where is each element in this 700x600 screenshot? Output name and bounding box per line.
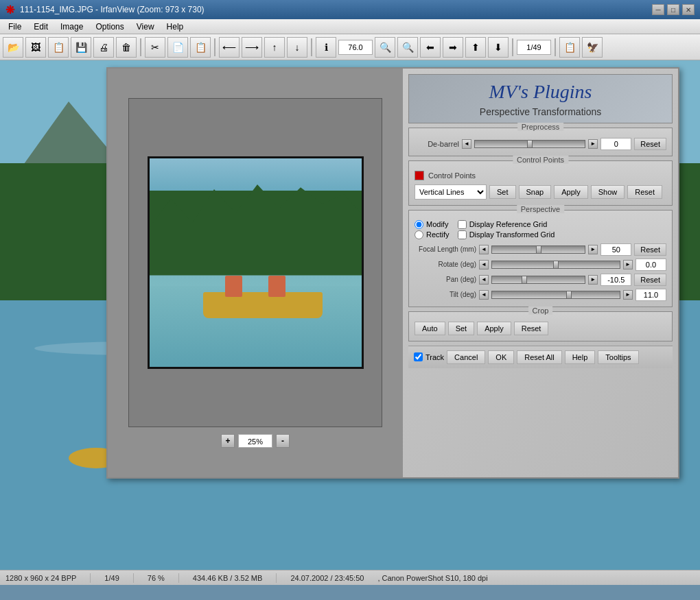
- help-button[interactable]: Help: [565, 350, 596, 364]
- reset-all-button[interactable]: Reset All: [517, 350, 561, 364]
- display-trans-grid-label: Display Transformed Grid: [469, 230, 555, 239]
- restore-button[interactable]: □: [667, 4, 679, 15]
- forest-background: [150, 158, 364, 369]
- plugin-header: MV's Plugins Perspective Transformations: [408, 74, 673, 123]
- cancel-button[interactable]: Cancel: [447, 350, 485, 364]
- focal-right-arrow[interactable]: ►: [588, 245, 598, 254]
- browse-button[interactable]: 📋: [48, 37, 69, 58]
- rectify-radio-row: Rectify: [415, 230, 450, 239]
- pan-reset-button[interactable]: Reset: [634, 274, 666, 286]
- rectify-radio[interactable]: [415, 230, 423, 239]
- crop-reset-button[interactable]: Reset: [514, 322, 549, 335]
- info-button[interactable]: 🗑: [116, 37, 137, 58]
- close-button[interactable]: ✕: [682, 4, 695, 15]
- open-button[interactable]: 📂: [3, 37, 23, 58]
- tilt-value-input[interactable]: 11.0: [635, 289, 666, 301]
- menu-options[interactable]: Options: [90, 21, 129, 33]
- modify-label: Modify: [426, 220, 448, 228]
- menu-image[interactable]: Image: [55, 21, 89, 33]
- menu-view[interactable]: View: [131, 21, 160, 33]
- tilt-left-arrow[interactable]: ◄: [479, 290, 489, 300]
- zoom-input[interactable]: 76.0: [338, 40, 373, 55]
- cut-button[interactable]: ✂: [145, 37, 165, 58]
- apply-control-button[interactable]: Apply: [554, 185, 588, 199]
- rotate-slider[interactable]: [491, 261, 620, 269]
- bird-icon[interactable]: 🦅: [582, 37, 603, 58]
- focal-slider[interactable]: [491, 245, 585, 254]
- menu-help[interactable]: Help: [161, 21, 189, 33]
- auto-button[interactable]: Auto: [415, 322, 445, 335]
- crop-label: Crop: [528, 307, 553, 315]
- zoom-plus-button[interactable]: +: [221, 434, 235, 448]
- menu-edit[interactable]: Edit: [28, 21, 54, 33]
- save-button[interactable]: 💾: [71, 37, 91, 58]
- status-filesize: 434.46 KB / 3.52 MB: [193, 574, 263, 582]
- preprocess-label: Preprocess: [517, 123, 564, 131]
- app-logo: ❋: [5, 3, 14, 16]
- control-points-dropdown[interactable]: Vertical Lines Horizontal Lines Grid: [415, 184, 487, 200]
- forward-button[interactable]: ➡: [443, 37, 463, 58]
- debarrel-thumb[interactable]: [527, 140, 533, 148]
- zoom-display: 25%: [238, 434, 272, 448]
- focal-value-input[interactable]: 50: [600, 243, 631, 256]
- rotate-right-arrow[interactable]: ►: [623, 260, 633, 269]
- show-button[interactable]: Show: [591, 185, 625, 199]
- tilt-slider[interactable]: [491, 291, 620, 299]
- display-trans-grid-checkbox[interactable]: [458, 230, 467, 239]
- menu-file[interactable]: File: [3, 21, 27, 33]
- copy2-button[interactable]: 📋: [559, 37, 580, 58]
- focal-thumb[interactable]: [536, 245, 541, 254]
- nav-input[interactable]: 1/49: [517, 40, 551, 55]
- zoom-in-button[interactable]: 🔍: [375, 37, 395, 58]
- set-button[interactable]: Set: [489, 185, 516, 199]
- zoom-out-button[interactable]: 🔍: [397, 37, 418, 58]
- modify-radio[interactable]: [415, 220, 423, 229]
- debarrel-left-arrow[interactable]: ◄: [462, 139, 471, 149]
- rotate-thumb[interactable]: [553, 261, 559, 269]
- pan-slider[interactable]: [491, 276, 585, 284]
- crop-set-button[interactable]: Set: [448, 322, 475, 335]
- info2-button[interactable]: ℹ: [316, 37, 336, 58]
- ok-button[interactable]: OK: [488, 350, 514, 364]
- status-camera: , Canon PowerShot S10, 180 dpi: [377, 574, 487, 582]
- rotate-left-arrow[interactable]: ◄: [479, 260, 489, 269]
- reset-control-button[interactable]: Reset: [627, 185, 662, 199]
- preview-image: [148, 156, 364, 369]
- focal-left-arrow[interactable]: ◄: [479, 245, 489, 254]
- menu-bar: File Edit Image Options View Help: [0, 19, 700, 34]
- rot-cw-button[interactable]: ↑: [264, 37, 285, 58]
- status-sep-2: [133, 573, 134, 583]
- tilt-thumb[interactable]: [566, 291, 572, 299]
- end-button[interactable]: ⬇: [488, 37, 509, 58]
- copy-button[interactable]: 📄: [167, 37, 188, 58]
- pan-value-input[interactable]: -10.5: [600, 274, 631, 286]
- track-checkbox[interactable]: [414, 352, 423, 361]
- next-button[interactable]: ⟶: [242, 37, 262, 58]
- zoom-minus-button[interactable]: -: [276, 434, 290, 448]
- debarrel-right-arrow[interactable]: ►: [588, 139, 598, 149]
- debarrel-reset-button[interactable]: Reset: [634, 138, 666, 150]
- start-button[interactable]: ⬆: [465, 37, 486, 58]
- print-button[interactable]: 🖨: [93, 37, 114, 58]
- back-button[interactable]: ⬅: [420, 37, 441, 58]
- toolbar: 📂 🖼 📋 💾 🖨 🗑 ✂ 📄 📋 ⟵ ⟶ ↑ ↓ ℹ 76.0 🔍 🔍 ⬅ ➡…: [0, 34, 700, 60]
- rotate-value-input[interactable]: 0.0: [635, 259, 666, 271]
- pan-thumb[interactable]: [522, 276, 527, 284]
- snap-button[interactable]: Snap: [519, 185, 552, 199]
- debarrel-slider[interactable]: [474, 140, 585, 148]
- prev-button[interactable]: ⟵: [219, 37, 240, 58]
- focal-reset-button[interactable]: Reset: [634, 243, 666, 256]
- display-ref-grid-checkbox[interactable]: [458, 220, 467, 229]
- debarrel-value-input[interactable]: 0: [600, 138, 631, 150]
- minimize-button[interactable]: ─: [652, 4, 664, 15]
- track-label: Track: [425, 353, 444, 361]
- thumbnail-button[interactable]: 🖼: [25, 37, 46, 58]
- tooltips-button[interactable]: Tooltips: [598, 350, 638, 364]
- tilt-right-arrow[interactable]: ►: [623, 290, 633, 300]
- crop-apply-button[interactable]: Apply: [477, 322, 511, 335]
- paste-button[interactable]: 📋: [190, 37, 211, 58]
- pan-right-arrow[interactable]: ►: [588, 275, 598, 285]
- pan-left-arrow[interactable]: ◄: [479, 275, 489, 285]
- rotate-label: Rotate (deg): [415, 261, 476, 268]
- rot-ccw-button[interactable]: ↓: [287, 37, 307, 58]
